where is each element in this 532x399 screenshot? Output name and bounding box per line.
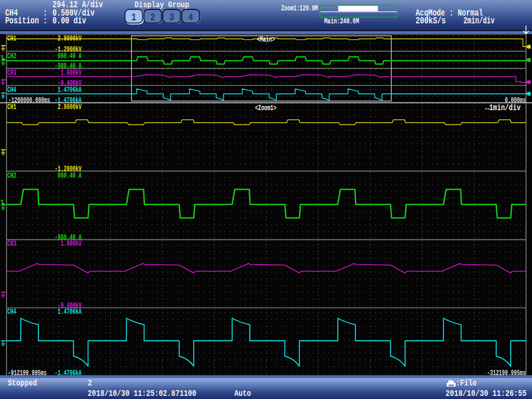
svg-text:200kS/s: 200kS/s	[416, 16, 446, 26]
svg-text:0.00 div: 0.00 div	[52, 16, 86, 26]
svg-text:-312199.995ms: -312199.995ms	[487, 368, 526, 378]
svg-text::: :	[43, 16, 47, 26]
svg-text:1.4706kA: 1.4706kA	[58, 307, 82, 316]
svg-text:Position: Position	[5, 16, 39, 26]
svg-text:Auto: Auto	[234, 389, 251, 398]
svg-text:-912199.995ms: -912199.995ms	[8, 368, 47, 378]
svg-text:980.40 A: 980.40 A	[58, 51, 82, 61]
svg-text:980.40 A: 980.40 A	[58, 171, 82, 180]
svg-text:2: 2	[150, 11, 155, 23]
svg-text:1.4706kA: 1.4706kA	[58, 85, 82, 95]
svg-text:2: 2	[88, 378, 92, 388]
svg-text:4: 4	[188, 11, 193, 23]
svg-text:2min/div: 2min/div	[463, 16, 495, 26]
svg-text:CH2: CH2	[7, 51, 16, 61]
svg-text:Main:240.0M: Main:240.0M	[324, 17, 359, 26]
svg-text:2.8000kV: 2.8000kV	[58, 102, 82, 112]
svg-text:Stopped: Stopped	[8, 378, 37, 388]
svg-text:CH3: CH3	[7, 239, 16, 248]
svg-text:1: 1	[131, 11, 137, 23]
svg-text:1.600kV: 1.600kV	[61, 239, 82, 248]
svg-text:CH1: CH1	[7, 34, 16, 43]
svg-text:CH4: CH4	[7, 85, 16, 95]
svg-text:CH2: CH2	[7, 171, 16, 180]
svg-text:2018/10/30 11:25:02.871100: 2018/10/30 11:25:02.871100	[88, 389, 196, 398]
svg-text:CH3: CH3	[7, 68, 16, 77]
svg-text:CH4: CH4	[7, 307, 16, 316]
svg-text:↔1min/div: ↔1min/div	[485, 103, 521, 113]
svg-text:1.600kV: 1.600kV	[61, 68, 82, 77]
svg-text:2.8000kV: 2.8000kV	[58, 34, 82, 43]
svg-text:3: 3	[169, 11, 175, 23]
svg-text:Display Group: Display Group	[135, 0, 189, 10]
svg-text:Zoom1:120.0M: Zoom1:120.0M	[281, 4, 318, 13]
svg-text:<Main>: <Main>	[257, 35, 275, 44]
svg-text:2018/10/30 11:26:55: 2018/10/30 11:26:55	[446, 389, 527, 398]
svg-text::File: :File	[456, 378, 477, 388]
svg-text:<Zoom1>: <Zoom1>	[255, 103, 276, 113]
svg-text:-1.4706kA: -1.4706kA	[55, 368, 82, 378]
svg-text:CH1: CH1	[7, 102, 16, 112]
